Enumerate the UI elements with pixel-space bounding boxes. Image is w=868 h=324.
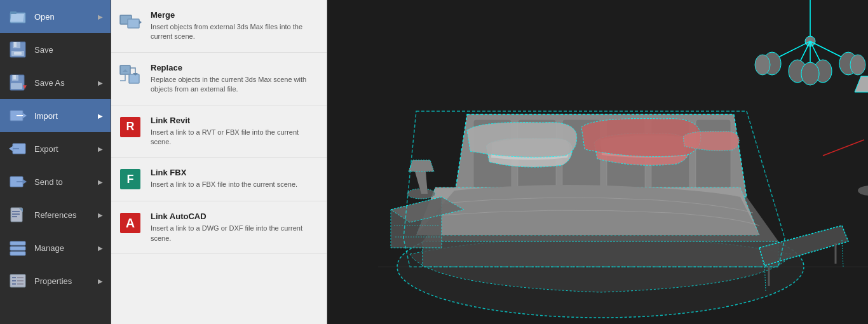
svg-rect-4 — [14, 42, 17, 47]
properties-arrow: ▶ — [98, 278, 103, 285]
save-icon — [8, 39, 28, 60]
sendto-icon — [8, 172, 28, 192]
sidebar-item-open-label: Open — [34, 12, 98, 22]
sidebar-item-export-label: Export — [34, 144, 98, 154]
revit-letter: R — [120, 117, 140, 137]
merge-desc: Insert objects from external 3ds Max fil… — [151, 22, 316, 42]
sidebar-item-sendto[interactable]: Send to ▶ — [0, 165, 111, 198]
link-autocad-desc: Insert a link to a DWG or DXF file into … — [151, 224, 316, 243]
link-fbx-icon: F — [119, 168, 142, 191]
submenu-item-link-revit[interactable]: R Link Revit Insert a link to a RVT or F… — [111, 105, 327, 158]
svg-marker-19 — [23, 179, 27, 184]
svg-rect-10 — [11, 83, 22, 89]
replace-title: Replace — [151, 63, 316, 72]
submenu-item-link-autocad[interactable]: A Link AutoCAD Insert a link to a DWG or… — [111, 201, 327, 254]
svg-rect-27 — [10, 246, 25, 250]
sidebar-item-manage-label: Manage — [34, 243, 98, 253]
manage-icon — [8, 238, 28, 258]
svg-text:▼: ▼ — [22, 83, 27, 90]
sidebar-item-sendto-label: Send to — [34, 177, 98, 187]
merge-title: Merge — [151, 10, 316, 20]
sidebar-item-save[interactable]: Save — [0, 33, 111, 66]
link-revit-icon: R — [119, 116, 142, 138]
svg-rect-37 — [128, 19, 139, 28]
viewport[interactable] — [327, 0, 868, 324]
sidebar-item-import-label: Import — [34, 111, 98, 121]
svg-point-71 — [850, 55, 865, 75]
submenu-item-merge[interactable]: Merge Insert objects from external 3ds M… — [111, 0, 327, 53]
svg-rect-6 — [14, 52, 22, 55]
svg-marker-16 — [9, 146, 13, 151]
svg-rect-28 — [10, 252, 25, 255]
sidebar-item-import[interactable]: Import ▶ — [0, 99, 111, 132]
sidebar: Open ▶ Save ▼ Save As ▶ — [0, 0, 111, 324]
svg-rect-26 — [10, 241, 25, 245]
references-arrow: ▶ — [98, 212, 103, 219]
svg-point-70 — [755, 55, 770, 75]
svg-rect-50 — [696, 119, 731, 189]
link-fbx-desc: Insert a link to a FBX file into the cur… — [151, 180, 297, 189]
merge-icon — [119, 10, 142, 33]
submenu-item-replace[interactable]: Replace Replace objects in the current 3… — [111, 53, 327, 105]
props-icon — [8, 271, 28, 291]
svg-rect-34 — [12, 283, 16, 285]
svg-rect-22 — [12, 211, 20, 212]
sidebar-item-properties[interactable]: Properties ▶ — [0, 264, 111, 297]
svg-rect-31 — [17, 277, 24, 278]
link-autocad-text: Link AutoCAD Insert a link to a DWG or D… — [151, 212, 316, 243]
submenu-item-link-fbx[interactable]: F Link FBX Insert a link to a FBX file i… — [111, 158, 327, 201]
link-fbx-title: Link FBX — [151, 168, 297, 177]
sidebar-item-saveas[interactable]: ▼ Save As ▶ — [0, 66, 111, 99]
replace-icon — [119, 63, 142, 86]
open-arrow: ▶ — [98, 13, 103, 20]
sidebar-item-manage[interactable]: Manage ▶ — [0, 231, 111, 264]
export-icon — [8, 138, 28, 159]
link-autocad-title: Link AutoCAD — [151, 212, 316, 221]
link-revit-desc: Insert a link to a RVT or FBX file into … — [151, 128, 316, 147]
saveas-icon: ▼ — [8, 72, 28, 93]
sidebar-item-saveas-label: Save As — [34, 78, 98, 88]
link-fbx-text: Link FBX Insert a link to a FBX file int… — [151, 168, 297, 189]
svg-rect-32 — [12, 280, 16, 281]
sidebar-item-export[interactable]: Export ▶ — [0, 132, 111, 165]
import-icon — [8, 105, 28, 126]
svg-marker-13 — [23, 113, 27, 118]
sendto-arrow: ▶ — [98, 179, 103, 186]
submenu-panel: Merge Insert objects from external 3ds M… — [111, 0, 327, 324]
svg-rect-24 — [12, 216, 17, 217]
svg-point-69 — [801, 62, 819, 85]
open-icon — [8, 6, 28, 27]
export-arrow: ▶ — [98, 145, 103, 152]
svg-rect-23 — [12, 213, 20, 215]
svg-rect-35 — [17, 283, 24, 285]
replace-text: Replace Replace objects in the current 3… — [151, 63, 316, 95]
svg-rect-9 — [13, 75, 16, 79]
saveas-arrow: ▶ — [98, 79, 103, 86]
sidebar-item-references-label: References — [34, 210, 98, 220]
sidebar-item-references[interactable]: References ▶ — [0, 198, 111, 231]
ref-icon — [8, 205, 28, 225]
link-revit-text: Link Revit Insert a link to a RVT or FBX… — [151, 116, 316, 147]
sidebar-item-open[interactable]: Open ▶ — [0, 0, 111, 33]
sidebar-item-properties-label: Properties — [34, 276, 98, 286]
svg-rect-30 — [12, 277, 16, 278]
link-revit-title: Link Revit — [151, 116, 316, 125]
sidebar-item-save-label: Save — [34, 45, 103, 55]
svg-marker-38 — [139, 20, 142, 24]
svg-rect-40 — [129, 74, 139, 83]
svg-rect-1 — [10, 11, 17, 14]
import-arrow: ▶ — [98, 112, 103, 119]
svg-rect-33 — [17, 280, 24, 281]
link-autocad-icon: A — [119, 212, 142, 234]
autocad-letter: A — [120, 213, 140, 233]
manage-arrow: ▶ — [98, 245, 103, 252]
replace-desc: Replace objects in the current 3ds Max s… — [151, 75, 316, 95]
fbx-letter: F — [120, 169, 140, 189]
merge-text: Merge Insert objects from external 3ds M… — [151, 10, 316, 42]
